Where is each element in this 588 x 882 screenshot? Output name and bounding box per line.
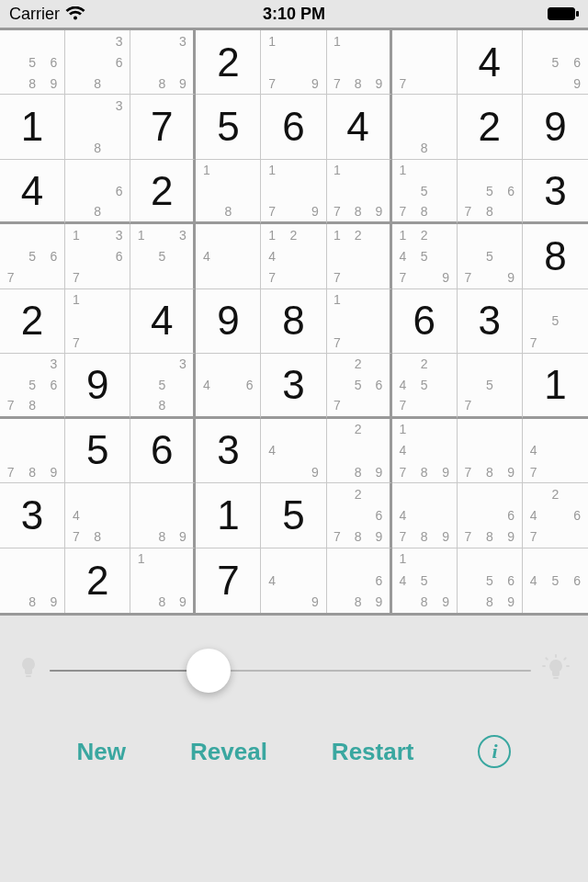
- cell-r4-c4[interactable]: 8: [261, 289, 326, 354]
- cell-r6-c6[interactable]: 14789: [392, 419, 458, 483]
- cell-r8-c2[interactable]: 189: [130, 548, 196, 613]
- cell-r8-c8[interactable]: 456: [523, 548, 588, 613]
- cell-r3-c8[interactable]: 8: [523, 224, 588, 288]
- cell-pencil-marks: 127: [327, 224, 390, 288]
- cell-r5-c1[interactable]: 9: [65, 354, 130, 418]
- cell-r4-c2[interactable]: 4: [130, 289, 196, 354]
- cell-r3-c7[interactable]: 579: [458, 224, 523, 288]
- cell-value: 1: [0, 95, 64, 158]
- cell-r5-c5[interactable]: 2567: [327, 354, 392, 418]
- cell-r2-c6[interactable]: 1578: [392, 160, 458, 224]
- brightness-slider[interactable]: [50, 669, 531, 673]
- cell-r0-c1[interactable]: 368: [65, 30, 130, 95]
- cell-r2-c1[interactable]: 68: [65, 160, 130, 224]
- cell-r3-c6[interactable]: 124579: [392, 224, 458, 288]
- cell-r6-c1[interactable]: 5: [65, 419, 130, 483]
- new-button[interactable]: New: [77, 738, 126, 766]
- cell-r5-c2[interactable]: 358: [130, 354, 196, 418]
- cell-r5-c4[interactable]: 3: [261, 354, 326, 418]
- cell-r7-c1[interactable]: 478: [65, 483, 130, 548]
- cell-pencil-marks: 7: [392, 30, 457, 94]
- cell-r0-c5[interactable]: 1789: [327, 30, 392, 95]
- cell-r2-c2[interactable]: 2: [130, 160, 196, 224]
- cell-r3-c2[interactable]: 135: [130, 224, 196, 288]
- brightness-slider-row: [0, 634, 588, 707]
- cell-r6-c0[interactable]: 789: [0, 419, 65, 483]
- cell-r4-c3[interactable]: 9: [196, 289, 261, 354]
- info-icon[interactable]: i: [478, 735, 511, 768]
- cell-r8-c4[interactable]: 49: [261, 548, 326, 613]
- cell-r7-c4[interactable]: 5: [261, 483, 326, 548]
- cell-pencil-marks: 8: [392, 95, 457, 158]
- cell-r7-c2[interactable]: 89: [130, 483, 196, 548]
- cell-pencil-marks: 2457: [392, 354, 457, 415]
- cell-r8-c6[interactable]: 14589: [392, 548, 458, 613]
- cell-r6-c4[interactable]: 49: [261, 419, 326, 483]
- cell-value: 1: [196, 483, 260, 547]
- cell-r8-c0[interactable]: 89: [0, 548, 65, 613]
- cell-pencil-marks: 5678: [458, 160, 522, 221]
- cell-r2-c7[interactable]: 5678: [458, 160, 523, 224]
- cell-r3-c0[interactable]: 567: [0, 224, 65, 288]
- cell-r6-c8[interactable]: 47: [523, 419, 588, 483]
- cell-r1-c5[interactable]: 4: [327, 95, 392, 159]
- cell-pencil-marks: 1367: [65, 224, 130, 288]
- cell-r2-c5[interactable]: 1789: [327, 160, 392, 224]
- cell-r5-c8[interactable]: 1: [523, 354, 588, 418]
- cell-r4-c6[interactable]: 6: [392, 289, 458, 354]
- cell-r2-c3[interactable]: 18: [196, 160, 261, 224]
- cell-r1-c3[interactable]: 5: [196, 95, 261, 159]
- cell-r4-c0[interactable]: 2: [0, 289, 65, 354]
- cell-r0-c6[interactable]: 7: [392, 30, 458, 95]
- restart-button[interactable]: Restart: [332, 738, 414, 766]
- cell-r6-c2[interactable]: 6: [130, 419, 196, 483]
- cell-r4-c1[interactable]: 17: [65, 289, 130, 354]
- cell-r2-c0[interactable]: 4: [0, 160, 65, 224]
- cell-pencil-marks: 2467: [523, 483, 588, 547]
- cell-r1-c6[interactable]: 8: [392, 95, 458, 159]
- cell-r0-c4[interactable]: 179: [261, 30, 326, 95]
- cell-r6-c5[interactable]: 289: [327, 419, 392, 483]
- cell-r1-c7[interactable]: 2: [458, 95, 523, 159]
- cell-r0-c3[interactable]: 2: [196, 30, 261, 95]
- cell-r6-c7[interactable]: 789: [458, 419, 523, 483]
- cell-r0-c2[interactable]: 389: [130, 30, 196, 95]
- cell-r5-c0[interactable]: 35678: [0, 354, 65, 418]
- cell-r8-c1[interactable]: 2: [65, 548, 130, 613]
- cell-r1-c2[interactable]: 7: [130, 95, 196, 159]
- cell-r1-c4[interactable]: 6: [261, 95, 326, 159]
- cell-r3-c3[interactable]: 4: [196, 224, 261, 288]
- cell-r3-c1[interactable]: 1367: [65, 224, 130, 288]
- cell-r0-c8[interactable]: 569: [523, 30, 588, 95]
- cell-value: 4: [130, 289, 193, 353]
- cell-r3-c5[interactable]: 127: [327, 224, 392, 288]
- cell-pencil-marks: 368: [65, 30, 130, 94]
- cell-r1-c0[interactable]: 1: [0, 95, 65, 159]
- cell-r1-c1[interactable]: 38: [65, 95, 130, 159]
- cell-r0-c0[interactable]: 5689: [0, 30, 65, 95]
- cell-r6-c3[interactable]: 3: [196, 419, 261, 483]
- slider-thumb[interactable]: [187, 649, 231, 693]
- cell-r2-c8[interactable]: 3: [523, 160, 588, 224]
- cell-r3-c4[interactable]: 1247: [261, 224, 326, 288]
- cell-r2-c4[interactable]: 179: [261, 160, 326, 224]
- cell-r5-c6[interactable]: 2457: [392, 354, 458, 418]
- cell-r8-c3[interactable]: 7: [196, 548, 261, 613]
- cell-r7-c8[interactable]: 2467: [523, 483, 588, 548]
- cell-r1-c8[interactable]: 9: [523, 95, 588, 159]
- cell-r4-c8[interactable]: 57: [523, 289, 588, 354]
- cell-r5-c3[interactable]: 46: [196, 354, 261, 418]
- cell-r8-c5[interactable]: 689: [327, 548, 392, 613]
- cell-r7-c5[interactable]: 26789: [327, 483, 392, 548]
- cell-r7-c7[interactable]: 6789: [458, 483, 523, 548]
- cell-r8-c7[interactable]: 5689: [458, 548, 523, 613]
- cell-r0-c7[interactable]: 4: [458, 30, 523, 95]
- cell-r7-c6[interactable]: 4789: [392, 483, 458, 548]
- cell-r7-c3[interactable]: 1: [196, 483, 261, 548]
- cell-r4-c5[interactable]: 17: [327, 289, 392, 354]
- cell-r5-c7[interactable]: 57: [458, 354, 523, 418]
- cell-r4-c7[interactable]: 3: [458, 289, 523, 354]
- buttons-row: New Reveal Restart i: [0, 735, 588, 768]
- reveal-button[interactable]: Reveal: [190, 738, 267, 766]
- cell-r7-c0[interactable]: 3: [0, 483, 65, 548]
